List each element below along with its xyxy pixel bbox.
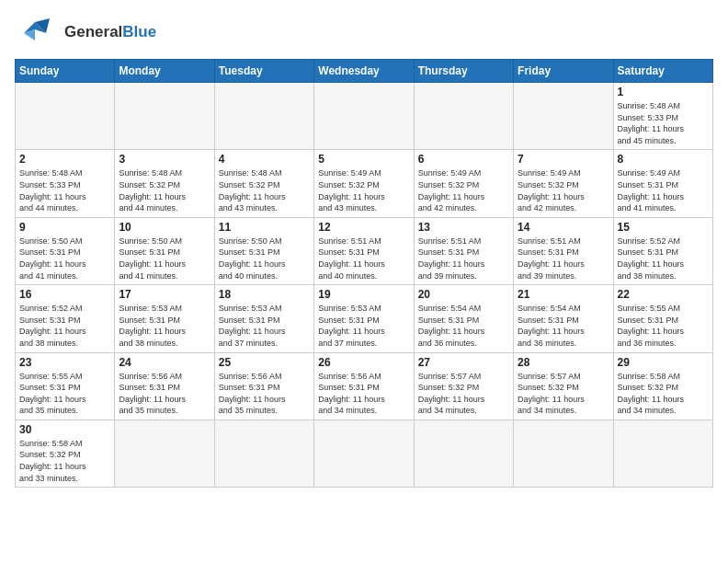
day-number: 7 xyxy=(518,153,609,166)
day-number: 19 xyxy=(318,288,409,301)
calendar-cell: 26Sunrise: 5:56 AM Sunset: 5:31 PM Dayli… xyxy=(314,352,414,419)
calendar-cell: 17Sunrise: 5:53 AM Sunset: 5:31 PM Dayli… xyxy=(115,285,214,352)
day-number: 1 xyxy=(618,86,709,98)
logo-blue: Blue xyxy=(122,23,156,40)
logo: GeneralBlue xyxy=(15,15,156,50)
day-info: Sunrise: 5:48 AM Sunset: 5:33 PM Dayligh… xyxy=(618,100,709,146)
day-info: Sunrise: 5:49 AM Sunset: 5:31 PM Dayligh… xyxy=(618,167,709,213)
day-number: 23 xyxy=(19,356,110,369)
col-header-sunday: Sunday xyxy=(16,60,115,83)
calendar-cell: 18Sunrise: 5:53 AM Sunset: 5:31 PM Dayli… xyxy=(214,285,313,352)
day-info: Sunrise: 5:53 AM Sunset: 5:31 PM Dayligh… xyxy=(119,303,210,349)
day-info: Sunrise: 5:51 AM Sunset: 5:31 PM Dayligh… xyxy=(518,236,609,282)
calendar-cell: 28Sunrise: 5:57 AM Sunset: 5:32 PM Dayli… xyxy=(514,352,613,419)
calendar-week-row: 30Sunrise: 5:58 AM Sunset: 5:32 PM Dayli… xyxy=(16,419,713,487)
day-number: 12 xyxy=(318,221,409,234)
calendar-cell xyxy=(214,83,313,150)
day-info: Sunrise: 5:55 AM Sunset: 5:31 PM Dayligh… xyxy=(19,371,110,417)
day-number: 2 xyxy=(19,153,110,166)
col-header-tuesday: Tuesday xyxy=(214,60,313,83)
day-number: 17 xyxy=(119,288,210,301)
day-number: 4 xyxy=(219,153,310,166)
calendar-cell: 6Sunrise: 5:49 AM Sunset: 5:32 PM Daylig… xyxy=(414,150,513,217)
col-header-saturday: Saturday xyxy=(613,60,712,83)
day-number: 10 xyxy=(119,221,210,234)
day-info: Sunrise: 5:51 AM Sunset: 5:31 PM Dayligh… xyxy=(418,236,509,282)
calendar-cell xyxy=(414,83,513,150)
day-info: Sunrise: 5:50 AM Sunset: 5:31 PM Dayligh… xyxy=(219,236,310,282)
day-number: 25 xyxy=(219,356,310,369)
calendar-cell: 9Sunrise: 5:50 AM Sunset: 5:31 PM Daylig… xyxy=(16,217,115,284)
day-number: 9 xyxy=(19,221,110,234)
day-info: Sunrise: 5:58 AM Sunset: 5:32 PM Dayligh… xyxy=(618,371,709,417)
calendar-cell: 12Sunrise: 5:51 AM Sunset: 5:31 PM Dayli… xyxy=(314,217,414,284)
calendar-cell xyxy=(314,419,414,487)
calendar-cell: 29Sunrise: 5:58 AM Sunset: 5:32 PM Dayli… xyxy=(613,352,712,419)
calendar-cell: 20Sunrise: 5:54 AM Sunset: 5:31 PM Dayli… xyxy=(414,285,513,352)
day-number: 13 xyxy=(418,221,509,234)
calendar-cell: 1Sunrise: 5:48 AM Sunset: 5:33 PM Daylig… xyxy=(613,83,712,150)
day-info: Sunrise: 5:58 AM Sunset: 5:32 PM Dayligh… xyxy=(19,438,110,484)
calendar-cell: 11Sunrise: 5:50 AM Sunset: 5:31 PM Dayli… xyxy=(214,217,313,284)
calendar-week-row: 1Sunrise: 5:48 AM Sunset: 5:33 PM Daylig… xyxy=(16,83,713,150)
day-info: Sunrise: 5:53 AM Sunset: 5:31 PM Dayligh… xyxy=(318,303,409,349)
day-info: Sunrise: 5:57 AM Sunset: 5:32 PM Dayligh… xyxy=(518,371,609,417)
day-info: Sunrise: 5:49 AM Sunset: 5:32 PM Dayligh… xyxy=(518,167,609,213)
day-info: Sunrise: 5:56 AM Sunset: 5:31 PM Dayligh… xyxy=(119,371,210,417)
calendar-cell xyxy=(115,419,214,487)
day-number: 29 xyxy=(618,356,709,369)
day-number: 3 xyxy=(119,153,210,166)
day-number: 30 xyxy=(19,423,110,436)
calendar-cell: 16Sunrise: 5:52 AM Sunset: 5:31 PM Dayli… xyxy=(16,285,115,352)
calendar-cell: 3Sunrise: 5:48 AM Sunset: 5:32 PM Daylig… xyxy=(115,150,214,217)
logo-general: General xyxy=(64,23,122,40)
col-header-monday: Monday xyxy=(115,60,214,83)
day-number: 20 xyxy=(418,288,509,301)
day-info: Sunrise: 5:49 AM Sunset: 5:32 PM Dayligh… xyxy=(418,167,509,213)
day-number: 26 xyxy=(318,356,409,369)
day-info: Sunrise: 5:50 AM Sunset: 5:31 PM Dayligh… xyxy=(119,236,210,282)
calendar-cell: 8Sunrise: 5:49 AM Sunset: 5:31 PM Daylig… xyxy=(613,150,712,217)
logo-svg xyxy=(15,15,61,50)
day-info: Sunrise: 5:48 AM Sunset: 5:32 PM Dayligh… xyxy=(219,167,310,213)
calendar-cell: 7Sunrise: 5:49 AM Sunset: 5:32 PM Daylig… xyxy=(514,150,613,217)
day-info: Sunrise: 5:54 AM Sunset: 5:31 PM Dayligh… xyxy=(518,303,609,349)
calendar-cell: 13Sunrise: 5:51 AM Sunset: 5:31 PM Dayli… xyxy=(414,217,513,284)
calendar-cell: 21Sunrise: 5:54 AM Sunset: 5:31 PM Dayli… xyxy=(514,285,613,352)
day-number: 5 xyxy=(318,153,409,166)
day-number: 16 xyxy=(19,288,110,301)
day-info: Sunrise: 5:51 AM Sunset: 5:31 PM Dayligh… xyxy=(318,236,409,282)
day-number: 27 xyxy=(418,356,509,369)
day-info: Sunrise: 5:48 AM Sunset: 5:33 PM Dayligh… xyxy=(19,167,110,213)
day-info: Sunrise: 5:52 AM Sunset: 5:31 PM Dayligh… xyxy=(618,236,709,282)
day-info: Sunrise: 5:54 AM Sunset: 5:31 PM Dayligh… xyxy=(418,303,509,349)
col-header-friday: Friday xyxy=(514,60,613,83)
calendar-cell: 2Sunrise: 5:48 AM Sunset: 5:33 PM Daylig… xyxy=(16,150,115,217)
calendar-cell: 30Sunrise: 5:58 AM Sunset: 5:32 PM Dayli… xyxy=(16,419,115,487)
calendar-cell: 19Sunrise: 5:53 AM Sunset: 5:31 PM Dayli… xyxy=(314,285,414,352)
calendar-week-row: 16Sunrise: 5:52 AM Sunset: 5:31 PM Dayli… xyxy=(16,285,713,352)
calendar-cell xyxy=(16,83,115,150)
calendar-cell: 5Sunrise: 5:49 AM Sunset: 5:32 PM Daylig… xyxy=(314,150,414,217)
day-info: Sunrise: 5:56 AM Sunset: 5:31 PM Dayligh… xyxy=(219,371,310,417)
day-info: Sunrise: 5:49 AM Sunset: 5:32 PM Dayligh… xyxy=(318,167,409,213)
day-info: Sunrise: 5:56 AM Sunset: 5:31 PM Dayligh… xyxy=(318,371,409,417)
calendar-cell xyxy=(214,419,313,487)
calendar-header-row: SundayMondayTuesdayWednesdayThursdayFrid… xyxy=(16,60,713,83)
calendar-cell: 22Sunrise: 5:55 AM Sunset: 5:31 PM Dayli… xyxy=(613,285,712,352)
page-header: GeneralBlue xyxy=(15,15,713,50)
day-info: Sunrise: 5:55 AM Sunset: 5:31 PM Dayligh… xyxy=(618,303,709,349)
calendar-cell: 25Sunrise: 5:56 AM Sunset: 5:31 PM Dayli… xyxy=(214,352,313,419)
calendar-cell: 10Sunrise: 5:50 AM Sunset: 5:31 PM Dayli… xyxy=(115,217,214,284)
day-number: 6 xyxy=(418,153,509,166)
calendar-cell xyxy=(514,419,613,487)
calendar-cell: 4Sunrise: 5:48 AM Sunset: 5:32 PM Daylig… xyxy=(214,150,313,217)
calendar-cell: 14Sunrise: 5:51 AM Sunset: 5:31 PM Dayli… xyxy=(514,217,613,284)
day-info: Sunrise: 5:53 AM Sunset: 5:31 PM Dayligh… xyxy=(219,303,310,349)
day-info: Sunrise: 5:50 AM Sunset: 5:31 PM Dayligh… xyxy=(19,236,110,282)
calendar-cell: 23Sunrise: 5:55 AM Sunset: 5:31 PM Dayli… xyxy=(16,352,115,419)
calendar-cell xyxy=(115,83,214,150)
calendar-week-row: 2Sunrise: 5:48 AM Sunset: 5:33 PM Daylig… xyxy=(16,150,713,217)
calendar-cell xyxy=(414,419,513,487)
day-number: 18 xyxy=(219,288,310,301)
